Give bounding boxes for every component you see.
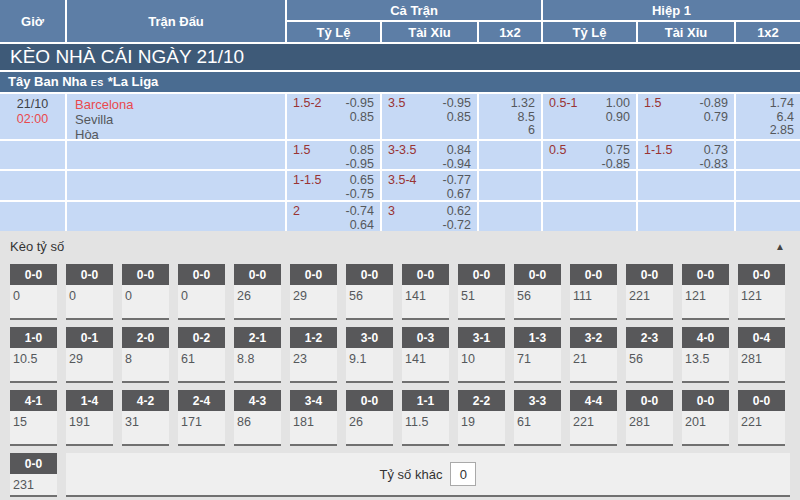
- score-odds: 71: [514, 348, 561, 366]
- score-cell[interactable]: 0-051: [458, 264, 505, 320]
- odds-cell-h1-ou[interactable]: 1-1.50.73-0.83: [638, 141, 734, 169]
- score-odds: 19: [458, 411, 505, 429]
- odds-line: -0.95: [293, 158, 374, 170]
- score-row: 1-010.50-1292-080-2612-18.81-2233-09.10-…: [10, 327, 790, 383]
- collapse-arrow-icon[interactable]: ▲: [775, 237, 785, 257]
- odds-cell-ft-1x2[interactable]: [479, 202, 541, 231]
- score-cell[interactable]: 4-115: [10, 390, 57, 446]
- odds-line: 3.5-0.95: [388, 97, 471, 111]
- odds-cell-h1-ou[interactable]: 1.5-0.890.79: [638, 94, 734, 139]
- score-cell[interactable]: 2-4171: [178, 390, 225, 446]
- odds-value: 2.85: [770, 124, 794, 138]
- score-cell[interactable]: 0-026: [234, 264, 281, 320]
- score-cell[interactable]: 2-18.8: [234, 327, 281, 383]
- odds-cell-h1-1x2[interactable]: [736, 171, 800, 200]
- odds-cell-h1-hdp[interactable]: [543, 202, 636, 231]
- score-cell[interactable]: 0-0231: [10, 453, 57, 497]
- odds-line: 0.85: [293, 111, 374, 125]
- score-cell[interactable]: 0-3141: [402, 327, 449, 383]
- score-section-header: Kèo tỷ số ▲: [10, 237, 790, 257]
- score-cell[interactable]: 0-029: [290, 264, 337, 320]
- score-cell[interactable]: 3-110: [458, 327, 505, 383]
- score-odds: 121: [738, 285, 785, 303]
- score-cell[interactable]: 0-00: [178, 264, 225, 320]
- score-section-title: Kèo tỷ số: [10, 239, 64, 254]
- score-cell[interactable]: 1-111.5: [402, 390, 449, 446]
- score-cell[interactable]: 4-013.5: [682, 327, 729, 383]
- odds-cell-ft-1x2[interactable]: [479, 171, 541, 200]
- odds-cell-h1-ou[interactable]: [638, 171, 734, 200]
- league-bar: Tây Ban Nhaes*La Liga: [0, 72, 800, 92]
- score-cell[interactable]: 1-4191: [66, 390, 113, 446]
- odds-cell-h1-hdp[interactable]: 0.50.75-0.85: [543, 141, 636, 169]
- score-cell[interactable]: 0-0201: [682, 390, 729, 446]
- odds-cell-h1-1x2[interactable]: [736, 141, 800, 169]
- odds-cell-ft-ou[interactable]: 3-3.50.84-0.94: [382, 141, 477, 169]
- odds-cell-ft-hdp[interactable]: 1.5-2-0.950.85: [287, 94, 380, 139]
- score-cell[interactable]: 3-09.1: [346, 327, 393, 383]
- score-cell[interactable]: 0-00: [122, 264, 169, 320]
- odds-line: 8.5: [485, 111, 535, 125]
- odds-cell-ft-ou[interactable]: 3.5-4-0.770.67: [382, 171, 477, 200]
- score-label: 0-4: [738, 327, 785, 348]
- score-odds: 26: [346, 411, 393, 429]
- score-cell[interactable]: 0-0221: [626, 264, 673, 320]
- score-label: 0-0: [514, 264, 561, 285]
- odds-cell-ft-hdp[interactable]: 1-1.50.65-0.75: [287, 171, 380, 200]
- score-cell[interactable]: 2-219: [458, 390, 505, 446]
- score-cell[interactable]: 4-231: [122, 390, 169, 446]
- score-cell[interactable]: 0-0121: [738, 264, 785, 320]
- odds-cell-ft-1x2[interactable]: [479, 141, 541, 169]
- odds-cell-h1-ou[interactable]: [638, 202, 734, 231]
- handicap-value: 1.5-2: [293, 97, 322, 111]
- handicap-value: 1-1.5: [644, 144, 673, 158]
- odds-cell-ft-hdp[interactable]: 2-0.740.64: [287, 202, 380, 231]
- score-cell[interactable]: 0-261: [178, 327, 225, 383]
- score-cell[interactable]: 0-026: [346, 390, 393, 446]
- score-cell[interactable]: 0-0281: [626, 390, 673, 446]
- score-odds: 0: [122, 285, 169, 303]
- match-cell: [67, 171, 285, 200]
- time-cell: 21/1002:00: [0, 94, 65, 139]
- score-cell[interactable]: 0-056: [346, 264, 393, 320]
- score-cell[interactable]: 0-0111: [570, 264, 617, 320]
- odds-cell-ft-ou[interactable]: 3.5-0.950.85: [382, 94, 477, 139]
- odds-cell-h1-hdp[interactable]: [543, 171, 636, 200]
- score-cell[interactable]: 0-4281: [738, 327, 785, 383]
- odds-cell-h1-1x2[interactable]: 1.746.42.85: [736, 94, 800, 139]
- score-cell[interactable]: 2-08: [122, 327, 169, 383]
- score-cell[interactable]: 4-386: [234, 390, 281, 446]
- odds-cell-ft-1x2[interactable]: 1.328.56: [479, 94, 541, 139]
- odds-cell-ft-ou[interactable]: 30.62-0.72: [382, 202, 477, 231]
- score-cell[interactable]: 4-4221: [570, 390, 617, 446]
- score-cell[interactable]: 0-0141: [402, 264, 449, 320]
- handicap-value: 3-3.5: [388, 144, 417, 158]
- score-label: 0-0: [626, 264, 673, 285]
- score-cell[interactable]: 0-129: [66, 327, 113, 383]
- score-cell[interactable]: 0-0121: [682, 264, 729, 320]
- other-score-input[interactable]: [450, 462, 476, 486]
- odds-cell-h1-1x2[interactable]: [736, 202, 800, 231]
- score-cell[interactable]: 1-223: [290, 327, 337, 383]
- handicap-value: 3: [388, 205, 395, 219]
- odds-value: 1.32: [511, 97, 535, 111]
- score-cell[interactable]: 0-056: [514, 264, 561, 320]
- odds-value: -0.94: [443, 158, 472, 170]
- score-cell[interactable]: 0-0221: [738, 390, 785, 446]
- odds-line: 1.5-2-0.95: [293, 97, 374, 111]
- score-cell[interactable]: 1-010.5: [10, 327, 57, 383]
- score-row: 4-1151-41914-2312-41714-3863-41810-0261-…: [10, 390, 790, 446]
- score-cell[interactable]: 3-4181: [290, 390, 337, 446]
- odds-cell-ft-hdp[interactable]: 1.50.85-0.95: [287, 141, 380, 169]
- score-label: 0-0: [290, 264, 337, 285]
- draw-label: Hòa: [75, 127, 285, 139]
- score-cell[interactable]: 2-356: [626, 327, 673, 383]
- odds-cell-h1-hdp[interactable]: 0.5-11.000.90: [543, 94, 636, 139]
- score-label: 4-4: [570, 390, 617, 411]
- score-cell[interactable]: 3-361: [514, 390, 561, 446]
- score-cell[interactable]: 0-00: [10, 264, 57, 320]
- score-odds: 10: [458, 348, 505, 366]
- score-cell[interactable]: 0-00: [66, 264, 113, 320]
- score-cell[interactable]: 3-221: [570, 327, 617, 383]
- score-cell[interactable]: 1-371: [514, 327, 561, 383]
